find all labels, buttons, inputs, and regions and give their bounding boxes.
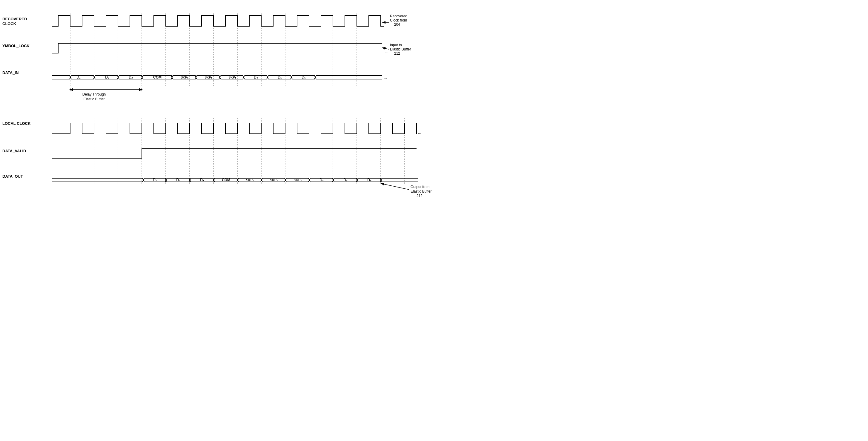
data-out-d1: D₁	[153, 178, 157, 182]
data-out-com: COM	[222, 178, 230, 182]
symbol-lock-ellipsis: ...	[385, 50, 389, 54]
data-out-skp1: SKP₁	[246, 178, 254, 182]
elastic-buffer-input-annotation-3: 212	[394, 51, 400, 56]
signal-label-local-clock: LOCAL CLOCK	[2, 121, 31, 126]
local-clock-ellipsis: ...	[418, 130, 421, 135]
elastic-buffer-input-arrow	[383, 48, 389, 49]
signal-label-data-in: DATA_IN	[2, 70, 19, 75]
data-in-skp3: SKP₃	[228, 75, 236, 79]
data-valid-wave	[52, 149, 416, 158]
signal-label-clock: CLOCK	[2, 22, 17, 26]
local-clock-wave	[52, 123, 416, 134]
delay-label-1: Delay Through	[83, 92, 106, 96]
data-out-d2: D₂	[176, 178, 180, 182]
timing-diagram: RECOVERED CLOCK YMBOL_LOCK DATA_IN LOCAL…	[0, 0, 460, 220]
signal-label-data-out: DATA_OUT	[2, 174, 23, 179]
recovered-clock-wave	[52, 15, 384, 26]
data-in-d5: D₅	[278, 75, 282, 80]
data-out-d5: D₅	[343, 178, 347, 182]
signal-label-data-valid: DATA_VALID	[2, 149, 26, 153]
recovered-clock-ellipsis: ...	[385, 23, 389, 27]
signal-label-recovered-clock: RECOVERED	[2, 17, 27, 21]
symbol-lock-wave	[52, 43, 382, 53]
signal-label-symbol-lock: YMBOL_LOCK	[2, 43, 30, 48]
elastic-buffer-output-annotation-1: Output from	[410, 185, 429, 189]
data-out-ellipsis: ...	[420, 178, 423, 182]
data-out-d6: D₆	[367, 178, 371, 182]
recovered-clock-annotation-3: 204	[394, 22, 400, 27]
data-out-skp2: SKP₂	[270, 178, 278, 182]
data-in-ellipsis: ...	[384, 75, 387, 80]
data-in-com: COM	[153, 75, 161, 80]
data-in-d3: D₃	[129, 75, 133, 80]
data-in-d2: D₂	[105, 75, 109, 80]
data-out-skp3: SKP₃	[294, 178, 302, 182]
data-valid-ellipsis: ...	[418, 155, 421, 159]
elastic-buffer-output-annotation-2: Elastic Buffer	[410, 189, 431, 193]
data-in-skp2: SKP₂	[205, 75, 212, 79]
recovered-clock-annotation-1: Recovered	[390, 14, 407, 18]
data-out-d4: D₄	[319, 178, 324, 182]
data-in-d6: D₆	[302, 75, 306, 80]
elastic-buffer-output-arrow	[381, 184, 409, 190]
clock-alignment-lines	[70, 13, 405, 185]
elastic-buffer-input-annotation-2: Elastic Buffer	[390, 47, 411, 51]
data-in-skp1: SKP₁	[181, 75, 188, 79]
recovered-clock-annotation-2: Clock from	[390, 18, 407, 22]
elastic-buffer-input-annotation-1: Input to	[390, 43, 402, 47]
data-in-d4: D₄	[254, 75, 258, 80]
data-out-d3: D₃	[200, 178, 204, 182]
delay-label-2: Elastic Buffer	[84, 97, 104, 101]
data-in-d1: D₁	[76, 75, 81, 80]
elastic-buffer-output-annotation-3: 212	[416, 194, 423, 198]
